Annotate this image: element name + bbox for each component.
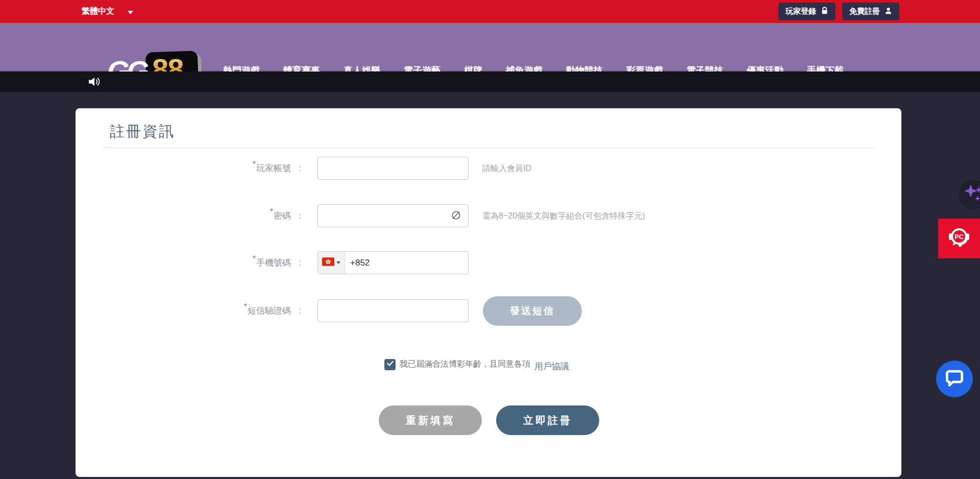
lock-icon [821, 7, 828, 16]
login-button[interactable]: 玩家登錄 [778, 3, 836, 20]
phone-label: 手機號碼 [256, 257, 291, 269]
language-label: 繁體中文 [82, 6, 114, 17]
login-button-label: 玩家登錄 [786, 7, 816, 16]
registration-card: 註冊資訊 * 玩家帳號 : 請輸入會員ID * 密碼 : 需為8~20個英文與數… [76, 108, 901, 477]
country-code-selector[interactable] [318, 252, 345, 274]
agreement-text: 我已屆滿合法博彩年齡，且同意各項 [400, 359, 530, 370]
chevron-down-icon [128, 7, 133, 16]
announcement-bar [0, 71, 980, 92]
password-input[interactable] [317, 204, 469, 227]
password-hint: 需為8~20個英文與數字組合(可包含特殊字元) [482, 204, 645, 227]
sms-label: 短信驗證碼 [248, 305, 291, 317]
chevron-down-icon [336, 261, 340, 264]
send-sms-button[interactable]: 發送短信 [483, 296, 582, 326]
toggle-password-visibility-button[interactable] [447, 204, 464, 227]
account-label: 玩家帳號 [256, 162, 291, 174]
required-mark: * [243, 302, 247, 312]
sparkles-icon [963, 183, 980, 206]
chat-bubble-icon [945, 368, 964, 390]
page-title: 註冊資訊 [110, 122, 175, 142]
agreement-checkbox[interactable] [384, 359, 396, 370]
required-mark: * [270, 207, 273, 217]
label-colon: : [291, 211, 308, 221]
register-button-label: 免費註冊 [849, 7, 880, 16]
user-icon [885, 7, 892, 16]
main-nav: GG 88 熱門遊戲 體育賽事 真人娛樂 電子遊藝 棋牌 捕魚遊戲 動物競技 彩… [0, 23, 980, 71]
submit-register-button[interactable]: 立即註冊 [496, 405, 599, 435]
svg-text:PC: PC [954, 233, 963, 241]
reset-button[interactable]: 重新填寫 [379, 405, 482, 435]
hong-kong-flag-icon [322, 257, 334, 268]
phone-input[interactable] [345, 252, 468, 274]
language-selector[interactable]: 繁體中文 [82, 0, 133, 23]
account-label-row: * 玩家帳號 : [76, 157, 308, 180]
agreement-row: 我已屆滿合法博彩年齡，且同意各項 用戶協議 [384, 358, 569, 370]
required-mark: * [252, 159, 256, 170]
title-divider [103, 148, 874, 148]
label-colon: : [291, 163, 308, 174]
account-hint: 請輸入會員ID [482, 157, 531, 180]
customer-service-button[interactable]: PC [938, 219, 980, 258]
password-label-row: * 密碼 : [76, 204, 308, 227]
account-input[interactable] [317, 157, 469, 180]
phone-label-row: * 手機號碼 : [76, 251, 308, 274]
phone-field [317, 251, 469, 274]
password-label: 密碼 [274, 210, 291, 222]
label-colon: : [291, 306, 308, 316]
label-colon: : [291, 258, 308, 268]
sms-code-input[interactable] [317, 299, 469, 322]
headset-pc-icon: PC [947, 225, 971, 252]
required-mark: * [252, 254, 256, 264]
register-button[interactable]: 免費註冊 [842, 3, 899, 20]
check-icon [386, 360, 394, 369]
livechat-button[interactable] [936, 361, 973, 397]
sms-label-row: * 短信驗證碼 : [76, 299, 308, 322]
user-agreement-link[interactable]: 用戶協議 [534, 361, 569, 372]
top-actions: 玩家登錄 免費註冊 [778, 3, 899, 20]
ai-assistant-button[interactable] [959, 180, 980, 209]
speaker-icon [88, 76, 101, 88]
top-bar: 繁體中文 玩家登錄 免費註冊 [0, 0, 980, 23]
eye-off-icon [451, 210, 461, 222]
